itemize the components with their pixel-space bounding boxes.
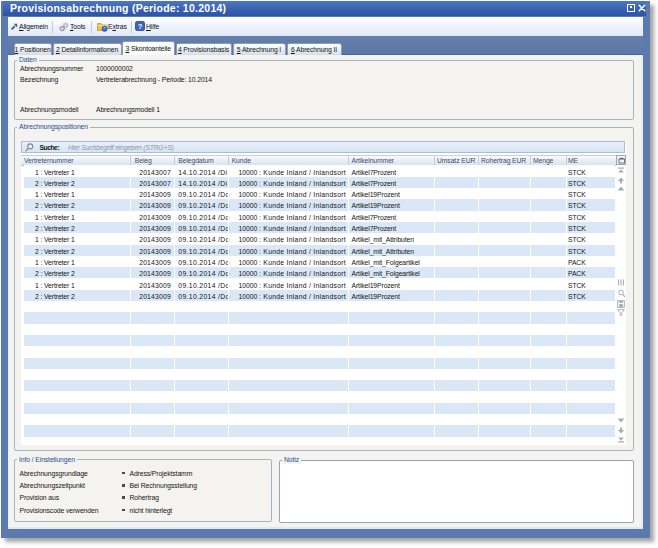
svg-text:?: ? xyxy=(138,22,143,31)
